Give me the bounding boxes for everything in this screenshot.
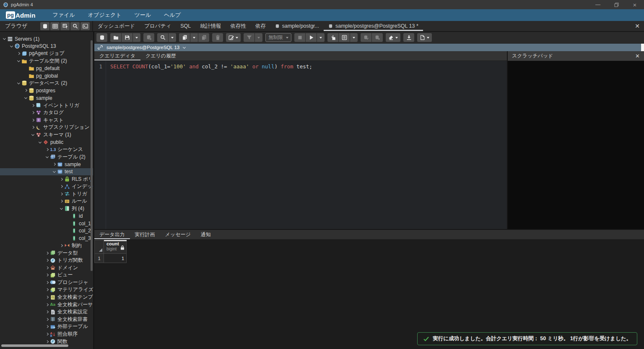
tree-item[interactable]: テーブル空間 (2) [0,57,93,65]
tree-item[interactable]: PostgreSQL 13 [0,43,93,50]
tree-item[interactable]: col_2 [0,227,93,234]
connection-bar[interactable]: sample/postgres@PostgreSQL 13 [94,44,644,51]
tree-item[interactable]: Servers (1) [0,35,93,43]
menu-2[interactable]: オブジェクト [83,9,129,21]
chevron-down-icon[interactable] [52,171,57,172]
close-icon[interactable]: ✕ [635,21,640,31]
clear-button[interactable] [386,33,400,42]
save-data-changes-button[interactable] [143,33,154,42]
chevron-down-icon[interactable] [59,208,64,209]
row-limit-select[interactable]: 無制限 [265,33,291,42]
explain-analyze-button[interactable] [339,33,350,42]
tree-item[interactable]: sample [0,161,93,168]
tree-item[interactable]: ルール [0,198,93,205]
tree-item[interactable]: RLS ポリシ [0,175,93,183]
chevron-down-icon[interactable] [2,38,7,39]
download-button[interactable] [403,33,414,42]
tree-item[interactable]: 1.3シーケンス [0,146,93,154]
chevron-down-icon[interactable] [16,60,21,62]
tree-item[interactable]: col_1 [0,220,93,227]
tree-item[interactable]: col_3 [0,234,93,242]
chevron-down-icon[interactable] [37,142,43,143]
find-button[interactable] [157,33,168,42]
chevron-right-icon[interactable] [44,252,50,254]
tree-item[interactable]: テーブル (2) [0,154,93,161]
chevron-right-icon[interactable] [30,126,36,128]
tree-item[interactable]: プロシージャ [0,279,93,286]
tree-item[interactable]: サブスクリプション [0,124,93,131]
tree-item[interactable]: スキーマ (1) [0,131,93,139]
chevron-right-icon[interactable] [59,245,64,247]
tree-horizontal-scrollbar[interactable] [1,344,68,347]
psql-tool-icon[interactable] [80,22,90,30]
chevron-right-icon[interactable] [44,289,50,291]
chevron-right-icon[interactable] [44,281,50,284]
paste-button[interactable] [198,33,209,42]
tree-item[interactable]: マテリアライズド [0,286,93,294]
chevron-right-icon[interactable] [59,200,64,202]
grid-select-all-corner[interactable] [94,240,104,254]
tab-3[interactable]: SQL [176,21,195,31]
execute-options-button[interactable] [317,33,325,42]
chevron-right-icon[interactable] [59,193,64,195]
search-objects-icon[interactable] [70,22,80,30]
chevron-right-icon[interactable] [44,333,50,335]
tree-item[interactable]: カタログ [0,109,93,117]
tree-item[interactable]: 外部テーブル [0,323,93,331]
chevron-right-icon[interactable] [44,311,50,313]
open-file-button[interactable] [110,33,121,42]
menu-4[interactable]: ヘルプ [158,9,188,21]
menu-1[interactable]: ファイル [47,9,83,21]
chevron-right-icon[interactable] [44,148,50,151]
chevron-right-icon[interactable] [44,341,50,343]
chevron-right-icon[interactable] [44,304,50,306]
restore-button[interactable] [607,0,626,9]
tab-7[interactable]: sample/postgr... [270,21,324,31]
tree-item[interactable]: データベース (2) [0,80,93,87]
tree-item[interactable]: インデック [0,183,93,190]
chevron-right-icon[interactable] [44,326,50,328]
tree-item[interactable]: id [0,212,93,220]
chevron-down-icon[interactable] [44,156,50,158]
chevron-right-icon[interactable] [44,296,50,298]
view-data-icon[interactable] [50,22,60,30]
open-query-tool-button[interactable] [96,33,107,42]
tab-8[interactable]: sample/postgres@PostgreSQL 13 * [324,21,423,31]
tree-item[interactable]: pgAgent ジョブ [0,50,93,57]
tree-item[interactable]: トリガ [0,190,93,198]
tab-5[interactable]: 依存性 [226,21,251,31]
tree-item[interactable]: postgres [0,87,93,94]
explain-options-button[interactable] [350,33,358,42]
query-tool-icon[interactable] [40,22,49,30]
save-options-button[interactable] [133,33,140,42]
grid-cell-value[interactable]: 1 [104,254,127,263]
tree-item[interactable]: public [0,138,93,146]
tree-item[interactable]: キャスト [0,117,93,124]
save-file-button[interactable] [122,33,132,42]
tree-item[interactable]: 制約 [0,242,93,250]
stop-button[interactable] [294,33,305,42]
chevron-right-icon[interactable] [59,178,64,180]
chevron-right-icon[interactable] [44,318,50,320]
tab-4[interactable]: 統計情報 [195,21,226,31]
chevron-down-icon[interactable] [16,83,21,84]
chevron-right-icon[interactable] [16,52,21,55]
tree-item[interactable]: sample [0,94,93,102]
tree-item[interactable]: 全文検索辞書 [0,316,93,323]
edit-button[interactable] [226,33,241,42]
menu-3[interactable]: ツール [129,9,159,21]
grid-row-number[interactable]: 1 [94,254,104,263]
copy-button[interactable] [179,33,190,42]
tab-2[interactable]: プロパティ [140,21,176,31]
copy-options-button[interactable] [190,33,198,42]
chevron-right-icon[interactable] [52,163,57,165]
chevron-right-icon[interactable] [44,274,50,276]
chevron-right-icon[interactable] [59,185,64,188]
chevron-right-icon[interactable] [30,112,36,114]
chevron-right-icon[interactable] [23,89,29,91]
grid-column-header[interactable]: count bigint [104,240,127,254]
chevron-down-icon[interactable] [23,97,29,99]
grid-horizontal-scrollbar[interactable] [104,240,127,241]
execute-button[interactable] [306,33,317,42]
tree-item[interactable]: トリガ関数 [0,257,93,264]
